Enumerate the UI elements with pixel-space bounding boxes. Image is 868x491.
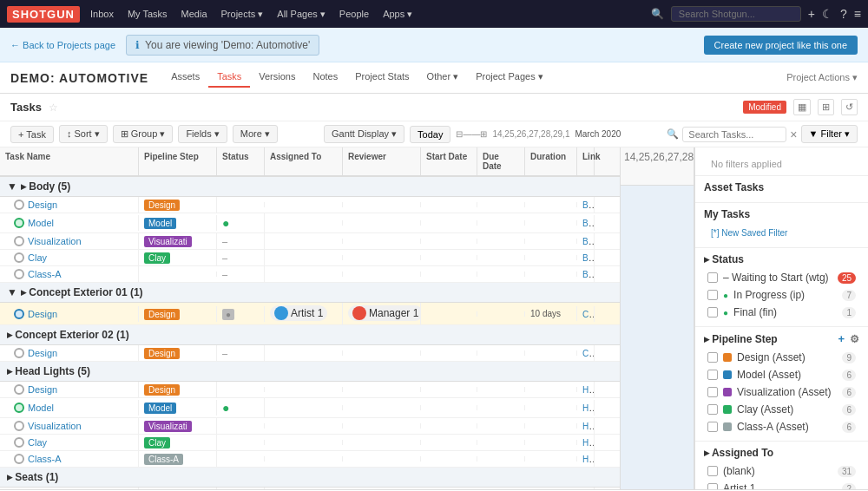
nav-media[interactable]: Media	[178, 9, 211, 19]
filter-section-pipeline-title[interactable]: ▸ Pipeline Step + ⚙	[704, 332, 859, 345]
col-reviewer[interactable]: Reviewer	[343, 147, 421, 175]
filter-section-asset-tasks-title[interactable]: Asset Tasks	[704, 181, 859, 193]
task-name-link[interactable]: Design	[28, 309, 57, 319]
link-value[interactable]: Body	[582, 200, 595, 210]
filter-item-model-asset[interactable]: Model (Asset) 6	[704, 366, 859, 383]
group-head-lights[interactable]: ▸ Head Lights (5)	[0, 362, 620, 382]
filter-checkbox[interactable]	[707, 352, 718, 363]
col-pipeline-step[interactable]: Pipeline Step	[139, 147, 217, 175]
gantt-month: March 2020	[575, 129, 621, 139]
col-link[interactable]: Link	[577, 147, 595, 175]
pipeline-gear-icon[interactable]: ⚙	[850, 333, 859, 345]
project-actions-button[interactable]: Project Actions ▾	[786, 72, 858, 83]
group-concept-exterior-01[interactable]: ▼ ▸ Concept Exterior 01 (1)	[0, 283, 620, 303]
view-refresh-icon[interactable]: ↺	[841, 99, 858, 115]
filter-checkbox[interactable]	[707, 466, 718, 476]
nav-my-tasks[interactable]: My Tasks	[124, 9, 171, 19]
filter-button[interactable]: ▼ Filter ▾	[801, 125, 858, 143]
tab-assets[interactable]: Assets	[162, 68, 208, 88]
col-assigned-to[interactable]: Assigned To	[265, 147, 343, 175]
col-duration[interactable]: Duration	[525, 147, 577, 175]
pipeline-add-icon[interactable]: +	[838, 332, 845, 345]
global-search-input[interactable]	[671, 6, 801, 22]
task-name-link[interactable]: Model	[28, 218, 54, 228]
nav-all-pages[interactable]: All Pages ▾	[273, 9, 329, 20]
filter-checkbox[interactable]	[707, 370, 718, 380]
group-concept-exterior-02[interactable]: ▸ Concept Exterior 02 (1)	[0, 325, 620, 345]
back-to-projects-link[interactable]: ← Back to Projects page	[10, 40, 115, 50]
filter-section-assigned-title[interactable]: ▸ Assigned To	[704, 447, 859, 459]
help-icon[interactable]: ?	[840, 7, 847, 21]
filter-item-new-saved[interactable]: [*] New Saved Filter	[704, 224, 859, 242]
star-icon[interactable]: ☆	[49, 101, 58, 114]
task-name-link[interactable]: Design	[28, 200, 57, 210]
task-name-link[interactable]: Visualization	[28, 421, 82, 431]
filter-count: 9	[842, 352, 856, 363]
table-row: Design Design – Concept Exterior 02 –	[0, 345, 620, 362]
pipeline-color-swatch	[723, 353, 732, 362]
task-name-link[interactable]: Design	[28, 384, 57, 395]
filter-section-my-tasks: My Tasks [*] New Saved Filter	[695, 203, 868, 248]
filter-checkbox[interactable]	[707, 483, 718, 489]
sort-button[interactable]: ↕ Sort ▾	[59, 125, 108, 143]
task-name-link[interactable]: Clay	[28, 437, 47, 448]
search-tasks-input[interactable]	[682, 127, 786, 142]
filter-header: No filters applied	[695, 154, 868, 176]
tab-notes[interactable]: Notes	[304, 68, 346, 88]
group-button[interactable]: ⊞ Group ▾	[113, 125, 174, 143]
task-name-link[interactable]: Clay	[28, 252, 47, 263]
filter-item-waiting[interactable]: – Waiting to Start (wtg) 25	[704, 269, 859, 286]
filter-item-artist1[interactable]: Artist 1 2	[704, 480, 859, 489]
col-task-name[interactable]: Task Name	[0, 147, 139, 175]
filter-item-blank[interactable]: (blank) 31	[704, 462, 859, 480]
task-name-link[interactable]: Design	[28, 348, 57, 358]
view-grid-icon[interactable]: ⊞	[818, 99, 834, 115]
filter-checkbox[interactable]	[707, 307, 718, 318]
new-saved-filter-link[interactable]: [*] New Saved Filter	[707, 226, 791, 239]
tab-project-stats[interactable]: Project Stats	[346, 68, 418, 88]
task-name-link[interactable]: Model	[28, 403, 54, 413]
group-seats[interactable]: ▸ Seats (1)	[0, 468, 620, 488]
tab-tasks[interactable]: Tasks	[208, 68, 250, 88]
task-name-link[interactable]: Class-A	[28, 269, 62, 279]
menu-icon[interactable]: ≡	[854, 7, 861, 21]
filter-item-design-asset[interactable]: Design (Asset) 9	[704, 349, 859, 366]
tab-other[interactable]: Other ▾	[418, 68, 468, 88]
create-project-button[interactable]: Create new project like this one	[704, 36, 858, 55]
nav-inbox[interactable]: Inbox	[87, 9, 117, 19]
view-list-icon[interactable]: ▦	[793, 99, 811, 115]
task-name-link[interactable]: Class-A	[28, 454, 62, 464]
clear-search-icon[interactable]: ×	[790, 128, 797, 141]
nav-people[interactable]: People	[336, 9, 372, 19]
filter-checkbox[interactable]	[707, 422, 718, 432]
add-icon[interactable]: +	[808, 7, 815, 21]
tab-versions[interactable]: Versions	[250, 68, 304, 88]
task-name-link[interactable]: Visualization	[28, 236, 82, 246]
filter-checkbox[interactable]	[707, 387, 718, 397]
filter-item-class-a-asset[interactable]: Class-A (Asset) 6	[704, 418, 859, 435]
filter-item-clay-asset[interactable]: Clay (Asset) 6	[704, 401, 859, 418]
tab-project-pages[interactable]: Project Pages ▾	[467, 68, 552, 88]
nav-apps[interactable]: Apps ▾	[379, 9, 416, 20]
filter-item-in-progress[interactable]: ● In Progress (ip) 7	[704, 286, 859, 304]
fields-button[interactable]: Fields ▾	[178, 125, 227, 143]
group-body[interactable]: ▼ ▸ Body (5)	[0, 177, 620, 197]
col-start-date[interactable]: Start Date	[421, 147, 477, 175]
gantt-display-button[interactable]: Gantt Display ▾	[324, 125, 404, 143]
nav-projects[interactable]: Projects ▾	[218, 9, 267, 20]
moon-icon[interactable]: ☾	[822, 7, 833, 21]
table-row: Class-A – Body ●	[0, 266, 620, 283]
filter-section-status-title[interactable]: ▸ Status	[704, 253, 859, 265]
today-button[interactable]: Today	[410, 126, 450, 143]
col-due-date[interactable]: Due Date	[477, 147, 525, 175]
add-task-button[interactable]: + Task	[10, 126, 54, 143]
filter-checkbox[interactable]	[707, 404, 718, 415]
filter-section-status: ▸ Status – Waiting to Start (wtg) 25 ● I…	[695, 248, 868, 327]
col-status[interactable]: Status	[217, 147, 265, 175]
filter-checkbox[interactable]	[707, 290, 718, 300]
filter-checkbox[interactable]	[707, 272, 718, 283]
filter-section-my-tasks-title[interactable]: My Tasks	[704, 208, 859, 220]
more-button[interactable]: More ▾	[233, 125, 278, 143]
filter-item-final[interactable]: ● Final (fin) 1	[704, 304, 859, 321]
filter-item-visualization-asset[interactable]: Visualization (Asset) 6	[704, 383, 859, 401]
